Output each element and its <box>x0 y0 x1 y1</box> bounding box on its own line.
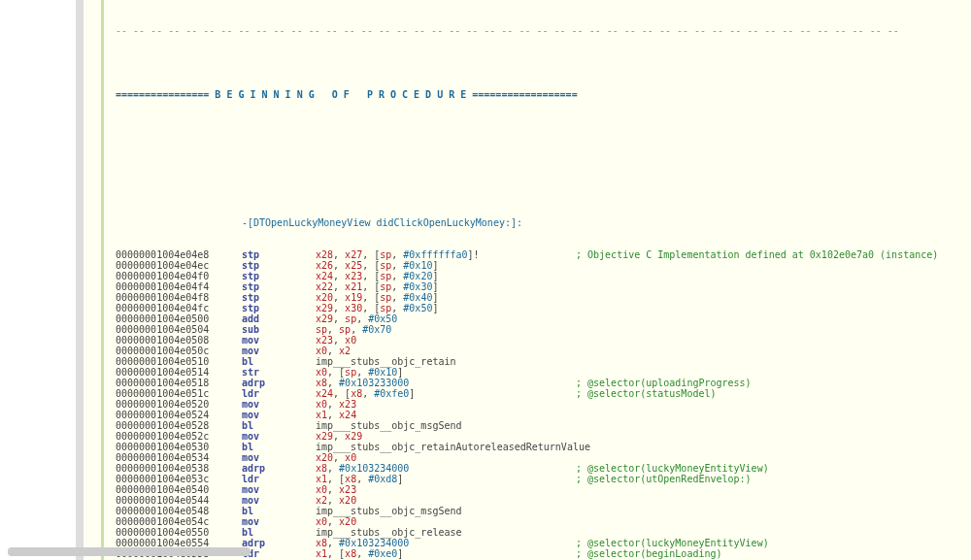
asm-mnemonic: mov <box>242 431 316 442</box>
asm-address: 00000001004e04ec <box>116 260 242 271</box>
asm-comment <box>576 303 971 313</box>
asm-operands: x1, x24 <box>316 410 576 420</box>
asm-mnemonic: stp <box>242 271 316 281</box>
asm-address: 00000001004e0518 <box>116 378 242 388</box>
procedure-title: -[DTOpenLuckyMoneyView didClickOpenLucky… <box>242 217 522 228</box>
asm-address: 00000001004e053c <box>116 474 242 484</box>
asm-mnemonic: adrp <box>242 378 316 388</box>
asm-mnemonic: bl <box>242 506 316 516</box>
asm-mnemonic: adrp <box>242 538 316 548</box>
asm-operands: x0, x23 <box>316 399 576 410</box>
asm-mnemonic: str <box>242 367 316 378</box>
asm-row[interactable]: 00000001004e0544movx2, x20 <box>116 495 971 506</box>
asm-row[interactable]: 00000001004e0540movx0, x23 <box>116 484 971 495</box>
asm-row[interactable]: 00000001004e051cldrx24, [x8, #0xfe0]; @s… <box>116 388 971 399</box>
asm-row[interactable]: 00000001004e052cmovx29, x29 <box>116 431 971 442</box>
asm-operands: imp___stubs__objc_release <box>316 527 576 538</box>
asm-operands: x28, x27, [sp, #0xffffffa0]! <box>316 249 576 260</box>
asm-row[interactable]: 00000001004e0548blimp___stubs__objc_msgS… <box>116 506 971 516</box>
horizontal-scrollbar[interactable] <box>8 547 251 556</box>
asm-row[interactable]: 00000001004e0510blimp___stubs__objc_reta… <box>116 356 971 367</box>
asm-row[interactable]: 00000001004e053cldrx1, [x8, #0xd8]; @sel… <box>116 474 971 484</box>
asm-mnemonic: bl <box>242 356 316 367</box>
asm-operands: x23, x0 <box>316 335 576 346</box>
asm-mnemonic: sub <box>242 324 316 335</box>
asm-address: 00000001004e054c <box>116 516 242 527</box>
asm-address: 00000001004e0510 <box>116 356 242 367</box>
asm-mnemonic: ldr <box>242 548 316 559</box>
asm-mnemonic: stp <box>242 292 316 303</box>
asm-row[interactable]: 00000001004e0508movx23, x0 <box>116 335 971 346</box>
spacer <box>116 121 971 132</box>
asm-row[interactable]: 00000001004e04ecstpx26, x25, [sp, #0x10] <box>116 260 971 271</box>
asm-row[interactable]: 00000001004e0520movx0, x23 <box>116 399 971 410</box>
asm-row[interactable]: 00000001004e04f4stpx22, x21, [sp, #0x30] <box>116 281 971 292</box>
asm-operands: imp___stubs__objc_msgSend <box>316 506 576 516</box>
asm-row[interactable]: 00000001004e0550blimp___stubs__objc_rele… <box>116 527 971 538</box>
asm-mnemonic: mov <box>242 346 316 356</box>
asm-address: 00000001004e04e8 <box>116 249 242 260</box>
asm-mnemonic: ldr <box>242 388 316 399</box>
asm-comment <box>576 281 971 292</box>
asm-operands: x1, [x8, #0xd8] <box>316 474 576 484</box>
asm-row[interactable]: 00000001004e0530blimp___stubs__objc_reta… <box>116 442 971 452</box>
asm-address: 00000001004e0544 <box>116 495 242 506</box>
procedure-title-row: -[DTOpenLuckyMoneyView didClickOpenLucky… <box>116 217 971 228</box>
asm-address: 00000001004e04fc <box>116 303 242 313</box>
asm-mnemonic: mov <box>242 452 316 463</box>
asm-operands: imp___stubs__objc_retain <box>316 356 576 367</box>
asm-row[interactable]: 00000001004e0534movx20, x0 <box>116 452 971 463</box>
asm-comment <box>576 271 971 281</box>
asm-comment <box>576 431 971 442</box>
asm-operands: x0, x23 <box>316 484 576 495</box>
asm-comment <box>576 356 971 367</box>
asm-comment: ; @selector(statusModel) <box>576 388 971 399</box>
asm-operands: imp___stubs__objc_msgSend <box>316 420 576 431</box>
asm-operands: x1, [x8, #0xe0] <box>316 548 576 559</box>
asm-operands: x20, x19, [sp, #0x40] <box>316 292 576 303</box>
asm-comment <box>576 495 971 506</box>
asm-comment <box>576 442 971 452</box>
asm-row[interactable]: 00000001004e0518adrpx8, #0x103233000; @s… <box>116 378 971 388</box>
asm-comment <box>576 516 971 527</box>
asm-mnemonic: mov <box>242 495 316 506</box>
asm-address: 00000001004e0530 <box>116 442 242 452</box>
asm-operands: x2, x20 <box>316 495 576 506</box>
asm-row[interactable]: 00000001004e0524movx1, x24 <box>116 410 971 420</box>
asm-operands: x24, [x8, #0xfe0] <box>316 388 576 399</box>
asm-row[interactable]: 00000001004e0500addx29, sp, #0x50 <box>116 313 971 324</box>
asm-operands: x24, x23, [sp, #0x20] <box>316 271 576 281</box>
asm-comment <box>576 399 971 410</box>
spacer <box>116 57 971 68</box>
asm-mnemonic: mov <box>242 335 316 346</box>
asm-row[interactable]: 00000001004e04e8stpx28, x27, [sp, #0xfff… <box>116 249 971 260</box>
asm-row[interactable]: 00000001004e0538adrpx8, #0x103234000; @s… <box>116 463 971 474</box>
fold-gutter <box>84 0 101 560</box>
gutter-separator[interactable] <box>76 0 84 560</box>
asm-row[interactable]: 00000001004e04f0stpx24, x23, [sp, #0x20] <box>116 271 971 281</box>
asm-row[interactable]: 00000001004e054cmovx0, x20 <box>116 516 971 527</box>
asm-row[interactable]: 00000001004e050cmovx0, x2 <box>116 346 971 356</box>
asm-comment <box>576 367 971 378</box>
asm-row[interactable]: 00000001004e0528blimp___stubs__objc_msgS… <box>116 420 971 431</box>
asm-mnemonic: mov <box>242 410 316 420</box>
asm-mnemonic: mov <box>242 399 316 410</box>
asm-operands: x0, x20 <box>316 516 576 527</box>
asm-address: 00000001004e051c <box>116 388 242 399</box>
asm-comment <box>576 313 971 324</box>
asm-row[interactable]: 00000001004e0504subsp, sp, #0x70 <box>116 324 971 335</box>
disassembly-view[interactable]: -- -- -- -- -- -- -- -- -- -- -- -- -- -… <box>104 0 971 560</box>
spacer <box>116 153 971 164</box>
asm-address: 00000001004e0524 <box>116 410 242 420</box>
asm-operands: x29, x30, [sp, #0x50] <box>316 303 576 313</box>
asm-comment: ; @selector(utOpenRedEnvelop:) <box>576 474 971 484</box>
asm-row[interactable]: 00000001004e0514strx0, [sp, #0x10] <box>116 367 971 378</box>
asm-row[interactable]: 00000001004e04fcstpx29, x30, [sp, #0x50] <box>116 303 971 313</box>
asm-mnemonic: mov <box>242 484 316 495</box>
asm-mnemonic: adrp <box>242 463 316 474</box>
asm-row[interactable]: 00000001004e04f8stpx20, x19, [sp, #0x40] <box>116 292 971 303</box>
asm-mnemonic: add <box>242 313 316 324</box>
asm-operands: x29, x29 <box>316 431 576 442</box>
asm-address: 00000001004e04f4 <box>116 281 242 292</box>
asm-address: 00000001004e0550 <box>116 527 242 538</box>
